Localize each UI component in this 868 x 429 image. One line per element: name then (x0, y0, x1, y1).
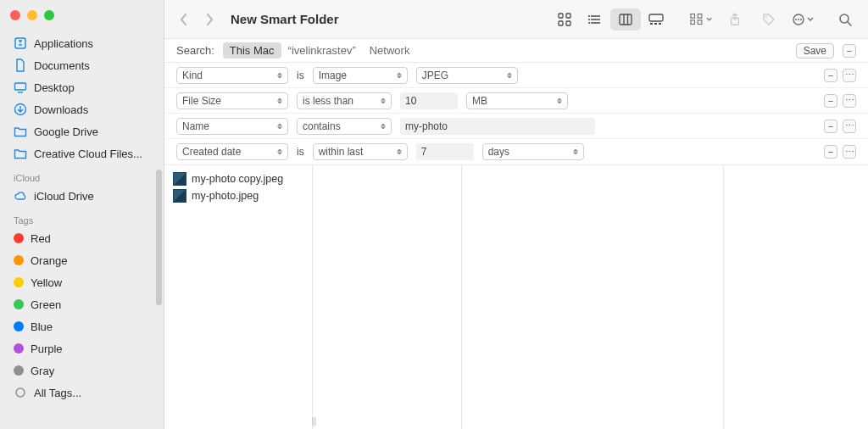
applications-icon (14, 36, 27, 50)
search-criteria: KindisImageJPEG−⋯File Sizeis less thanMB… (164, 63, 868, 165)
svg-point-30 (798, 19, 799, 20)
criteria-attribute-select[interactable]: Created date (176, 143, 288, 160)
sidebar-item-label: Gray (31, 365, 54, 377)
sidebar-item-google-drive[interactable]: Google Drive (0, 120, 164, 142)
downloads-icon (14, 103, 27, 116)
sidebar-item-label: Downloads (34, 103, 88, 116)
criteria-unit-select[interactable]: JPEG (416, 67, 518, 84)
sidebar-tag-red[interactable]: Red (0, 227, 164, 249)
remove-criteria-button[interactable]: − (824, 94, 837, 108)
search-scope-ivelinkrastev[interactable]: “ivelinkrastev” (281, 42, 363, 58)
jpeg-file-icon (173, 172, 186, 186)
sidebar-scrollbar[interactable] (156, 170, 162, 305)
svg-rect-24 (691, 20, 695, 24)
remove-criteria-button[interactable]: − (824, 69, 837, 82)
criteria-attribute-select[interactable]: Name (176, 118, 288, 135)
sidebar-item-downloads[interactable]: Downloads (0, 98, 164, 120)
nav-buttons (176, 12, 217, 27)
zoom-window-button[interactable] (44, 10, 54, 20)
tag-dot-icon (14, 343, 24, 354)
sidebar-item-creative-cloud-files-[interactable]: Creative Cloud Files... (0, 142, 164, 164)
results-column-4 (724, 165, 868, 429)
file-row[interactable]: my-photo copy.jpeg (168, 170, 309, 187)
window-title: New Smart Folder (231, 12, 339, 26)
save-search-button[interactable]: Save (796, 43, 834, 58)
sidebar-item-documents[interactable]: Documents (0, 54, 164, 76)
criteria-operator-select[interactable]: is less than (297, 92, 392, 109)
criteria-operator-select[interactable]: contains (297, 118, 392, 135)
share-button[interactable] (724, 8, 746, 31)
sidebar-tag-orange[interactable]: Orange (0, 249, 164, 271)
action-menu-button[interactable] (792, 8, 814, 31)
sidebar-item-applications[interactable]: Applications (0, 32, 164, 54)
svg-rect-19 (650, 23, 653, 25)
criteria-value-input[interactable] (400, 92, 458, 109)
sidebar-tag-blue[interactable]: Blue (0, 315, 164, 337)
criteria-value-input[interactable] (416, 143, 474, 160)
sidebar-item-label: Orange (31, 254, 67, 267)
view-columns-button[interactable] (610, 8, 641, 31)
criteria-joiner: is (297, 146, 304, 158)
criteria-unit-select[interactable]: days (482, 143, 584, 160)
criteria-more-button[interactable]: ⋯ (843, 69, 856, 82)
sidebar-item-label: Purple (31, 343, 63, 355)
view-list-button[interactable] (580, 8, 610, 31)
group-by-button[interactable] (690, 8, 712, 31)
results-column-3 (462, 165, 724, 429)
sidebar-item-icloud-drive[interactable]: iCloud Drive (0, 185, 164, 207)
remove-scope-button[interactable]: − (843, 44, 856, 58)
criteria-row-2: Namecontains−⋯ (164, 114, 868, 139)
criteria-operator-select[interactable]: Image (313, 67, 408, 84)
svg-rect-6 (566, 14, 570, 18)
sidebar-item-label: Blue (31, 320, 53, 333)
tag-dot-icon (14, 277, 24, 287)
tags-button[interactable] (758, 8, 780, 31)
forward-button[interactable] (202, 12, 217, 27)
sidebar-item-label: Red (31, 232, 51, 245)
criteria-row-0: KindisImageJPEG−⋯ (164, 63, 868, 88)
svg-rect-7 (559, 21, 563, 25)
back-button[interactable] (176, 12, 192, 27)
sidebar: ApplicationsDocumentsDesktopDownloadsGoo… (0, 0, 164, 429)
criteria-unit-select[interactable]: MB (466, 92, 568, 109)
minimize-window-button[interactable] (27, 10, 37, 20)
sidebar-tag-green[interactable]: Green (0, 293, 164, 315)
close-window-button[interactable] (10, 10, 20, 20)
criteria-value-input[interactable] (400, 118, 595, 135)
tag-dot-icon (14, 365, 24, 376)
file-row[interactable]: my-photo.jpeg (168, 187, 309, 204)
criteria-more-button[interactable]: ⋯ (843, 145, 856, 159)
sidebar-item-label: Desktop (34, 81, 75, 94)
search-label: Search: (176, 44, 214, 57)
view-mode-group (549, 8, 671, 31)
sidebar-item-all-tags[interactable]: All Tags... (0, 382, 164, 404)
tag-dot-icon (14, 321, 24, 332)
tag-dot-icon (14, 299, 24, 309)
sidebar-tag-yellow[interactable]: Yellow (0, 271, 164, 293)
svg-rect-18 (649, 14, 663, 21)
svg-rect-1 (15, 83, 26, 90)
view-gallery-button[interactable] (641, 8, 671, 31)
criteria-more-button[interactable]: ⋯ (843, 120, 856, 133)
svg-point-4 (16, 388, 25, 397)
search-button[interactable] (834, 8, 856, 31)
results-column-2 (313, 165, 462, 429)
sidebar-section-icloud: iCloud (0, 164, 164, 185)
remove-criteria-button[interactable]: − (824, 145, 837, 159)
remove-criteria-button[interactable]: − (824, 120, 837, 133)
window-controls (0, 7, 164, 32)
criteria-operator-select[interactable]: within last (313, 143, 408, 160)
desktop-icon (14, 81, 27, 94)
search-scope-network[interactable]: Network (363, 42, 417, 58)
criteria-more-button[interactable]: ⋯ (843, 94, 856, 108)
sidebar-tag-purple[interactable]: Purple (0, 337, 164, 359)
search-scope-thismac[interactable]: This Mac (223, 42, 281, 58)
criteria-attribute-select[interactable]: Kind (176, 67, 288, 84)
svg-rect-5 (559, 14, 563, 18)
sidebar-tag-gray[interactable]: Gray (0, 359, 164, 382)
sidebar-item-desktop[interactable]: Desktop (0, 76, 164, 98)
view-icons-button[interactable] (549, 8, 580, 31)
svg-rect-20 (654, 23, 657, 25)
svg-rect-23 (698, 14, 702, 18)
criteria-attribute-select[interactable]: File Size (176, 92, 288, 109)
